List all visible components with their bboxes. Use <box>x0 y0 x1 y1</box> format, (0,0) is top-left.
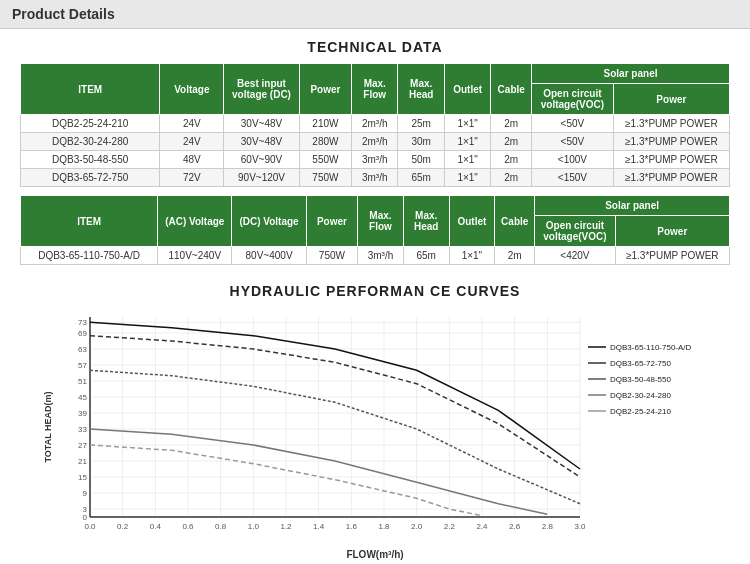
table-row: DQB3-65-110-750-A/D 110V~240V 80V~400V 7… <box>21 247 730 265</box>
col-cable-2: Cable <box>495 196 535 247</box>
cell-sp-power: ≥1.3*PUMP POWER <box>613 169 729 187</box>
col-solar-panel-2: Solar panel <box>535 196 730 216</box>
cell-cable: 2m <box>491 169 532 187</box>
svg-text:1.0: 1.0 <box>248 522 260 531</box>
cell-max-flow: 2m³/h <box>352 133 398 151</box>
cell-voltage: 72V <box>160 169 224 187</box>
technical-table-1: ITEM Voltage Best input voltage (DC) Pow… <box>20 63 730 187</box>
svg-text:DQB3-65-72-750: DQB3-65-72-750 <box>610 359 671 368</box>
col-sp-power-2: Power <box>615 216 729 247</box>
cell-best-input: 30V~48V <box>224 115 300 133</box>
cell-item: DQB2-30-24-280 <box>21 133 160 151</box>
svg-text:1.4: 1.4 <box>313 522 325 531</box>
y-axis-label: TOTAL HEAD(m) <box>43 392 53 463</box>
cell-sp-power: ≥1.3*PUMP POWER <box>613 115 729 133</box>
svg-text:69: 69 <box>78 329 87 338</box>
svg-text:21: 21 <box>78 457 87 466</box>
svg-text:0.0: 0.0 <box>84 522 96 531</box>
technical-data-title: TECHNICAL DATA <box>20 39 730 55</box>
cell-cable: 2m <box>491 151 532 169</box>
table-row: DQB3-50-48-550 48V 60V~90V 550W 3m³/h 50… <box>21 151 730 169</box>
svg-text:1.6: 1.6 <box>346 522 358 531</box>
col-ac-voltage: (AC) Voltage <box>158 196 232 247</box>
svg-text:73: 73 <box>78 318 87 327</box>
svg-text:0.8: 0.8 <box>215 522 227 531</box>
svg-text:3.0: 3.0 <box>574 522 586 531</box>
svg-text:0.6: 0.6 <box>182 522 194 531</box>
cell-power: 550W <box>299 151 351 169</box>
svg-text:0.2: 0.2 <box>117 522 129 531</box>
svg-text:DQB2-25-24-210: DQB2-25-24-210 <box>610 407 671 416</box>
chart-title: HYDRAULIC PERFORMAN CE CURVES <box>20 283 730 299</box>
col-item-1: ITEM <box>21 64 160 115</box>
svg-text:1.8: 1.8 <box>378 522 390 531</box>
svg-text:51: 51 <box>78 377 87 386</box>
col-max-flow-2: Max. Flow <box>358 196 404 247</box>
cell-max-flow: 3m³/h <box>352 151 398 169</box>
svg-text:0: 0 <box>83 513 88 522</box>
cell-voltage: 24V <box>160 133 224 151</box>
col-max-flow-1: Max. Flow <box>352 64 398 115</box>
cell-max-head: 65m <box>398 169 444 187</box>
cell-voltage: 48V <box>160 151 224 169</box>
col-sp-power-1: Power <box>613 84 729 115</box>
chart-section: HYDRAULIC PERFORMAN CE CURVES TOTAL HEAD… <box>0 278 750 564</box>
col-item-2: ITEM <box>21 196 158 247</box>
cell-voltage: 24V <box>160 115 224 133</box>
cell-cable: 2m <box>491 133 532 151</box>
svg-text:2.4: 2.4 <box>476 522 488 531</box>
tech-data-section: TECHNICAL DATA ITEM Voltage Best input v… <box>0 29 750 278</box>
cell-outlet: 1×1" <box>444 169 490 187</box>
technical-table-2: ITEM (AC) Voltage (DC) Voltage Power Max… <box>20 195 730 265</box>
page-container: Product Details TECHNICAL DATA ITEM Volt… <box>0 0 750 564</box>
svg-text:DQB3-50-48-550: DQB3-50-48-550 <box>610 375 671 384</box>
cell-sp-power: ≥1.3*PUMP POWER <box>615 247 729 265</box>
cell-item: DQB3-65-110-750-A/D <box>21 247 158 265</box>
cell-dc-voltage: 80V~400V <box>232 247 306 265</box>
cell-max-head: 50m <box>398 151 444 169</box>
svg-text:2.6: 2.6 <box>509 522 521 531</box>
svg-text:9: 9 <box>83 489 88 498</box>
table-row: DQB2-30-24-280 24V 30V~48V 280W 2m³/h 30… <box>21 133 730 151</box>
chart-svg: 03915212733394551576369730.00.20.40.60.8… <box>60 307 710 547</box>
cell-oc-voltage: <420V <box>535 247 615 265</box>
chart-container: TOTAL HEAD(m) 03915212733394551576369730… <box>30 307 720 547</box>
col-max-head-2: Max. Head <box>403 196 449 247</box>
svg-text:0.4: 0.4 <box>150 522 162 531</box>
table-row: DQB2-25-24-210 24V 30V~48V 210W 2m³/h 25… <box>21 115 730 133</box>
col-power-2: Power <box>306 196 357 247</box>
col-outlet-2: Outlet <box>449 196 495 247</box>
cell-power: 750W <box>306 247 357 265</box>
svg-text:45: 45 <box>78 393 87 402</box>
table-row: DQB3-65-72-750 72V 90V~120V 750W 3m³/h 6… <box>21 169 730 187</box>
col-max-head-1: Max. Head <box>398 64 444 115</box>
cell-item: DQB2-25-24-210 <box>21 115 160 133</box>
svg-text:3: 3 <box>83 505 88 514</box>
cell-best-input: 60V~90V <box>224 151 300 169</box>
cell-oc-voltage: <100V <box>532 151 614 169</box>
cell-sp-power: ≥1.3*PUMP POWER <box>613 133 729 151</box>
cell-cable: 2m <box>491 115 532 133</box>
page-title: Product Details <box>12 6 115 22</box>
cell-outlet: 1×1" <box>444 133 490 151</box>
cell-best-input: 90V~120V <box>224 169 300 187</box>
col-cable-1: Cable <box>491 64 532 115</box>
cell-ac-voltage: 110V~240V <box>158 247 232 265</box>
svg-text:1.2: 1.2 <box>280 522 292 531</box>
cell-oc-voltage: <150V <box>532 169 614 187</box>
cell-power: 750W <box>299 169 351 187</box>
svg-text:63: 63 <box>78 345 87 354</box>
cell-item: DQB3-65-72-750 <box>21 169 160 187</box>
cell-max-flow: 3m³/h <box>358 247 404 265</box>
cell-oc-voltage: <50V <box>532 115 614 133</box>
svg-text:39: 39 <box>78 409 87 418</box>
cell-power: 210W <box>299 115 351 133</box>
product-header: Product Details <box>0 0 750 29</box>
cell-max-head: 65m <box>403 247 449 265</box>
col-oc-voltage-1: Open circuit voltage(VOC) <box>532 84 614 115</box>
cell-oc-voltage: <50V <box>532 133 614 151</box>
cell-max-head: 30m <box>398 133 444 151</box>
svg-text:2.0: 2.0 <box>411 522 423 531</box>
cell-max-head: 25m <box>398 115 444 133</box>
col-solar-panel-1: Solar panel <box>532 64 730 84</box>
